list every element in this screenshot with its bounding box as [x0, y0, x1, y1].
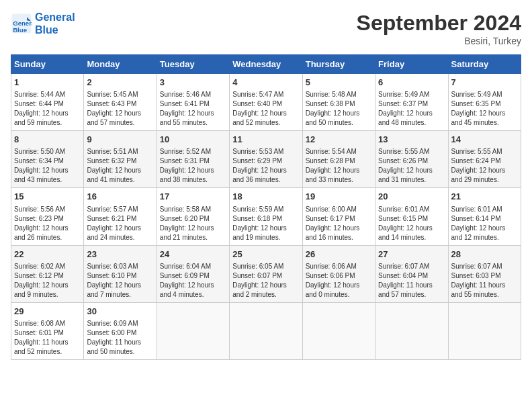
day-number: 4	[232, 77, 299, 89]
calendar-week-row: 22Sunrise: 6:02 AM Sunset: 6:12 PM Dayli…	[11, 245, 521, 302]
calendar-day-cell	[157, 302, 229, 359]
day-number: 24	[160, 248, 226, 261]
calendar-day-cell: 26Sunrise: 6:06 AM Sunset: 6:06 PM Dayli…	[302, 245, 375, 302]
day-info: Sunrise: 6:09 AM Sunset: 6:00 PM Dayligh…	[87, 319, 153, 357]
day-number: 15	[14, 191, 81, 203]
day-number: 23	[87, 248, 153, 261]
day-info: Sunrise: 5:55 AM Sunset: 6:26 PM Dayligh…	[378, 147, 445, 185]
calendar-day-cell	[230, 302, 302, 359]
day-info: Sunrise: 5:51 AM Sunset: 6:32 PM Dayligh…	[87, 147, 153, 185]
day-of-week-header: Sunday	[11, 55, 84, 74]
calendar-day-cell: 2Sunrise: 5:45 AM Sunset: 6:43 PM Daylig…	[84, 74, 157, 131]
day-info: Sunrise: 5:49 AM Sunset: 6:37 PM Dayligh…	[378, 90, 445, 128]
day-info: Sunrise: 6:02 AM Sunset: 6:12 PM Dayligh…	[14, 262, 81, 300]
day-number: 11	[232, 134, 299, 146]
page-header: General Blue General Blue September 2024…	[11, 11, 521, 46]
day-number: 29	[14, 306, 81, 318]
calendar-day-cell: 14Sunrise: 5:55 AM Sunset: 6:24 PM Dayli…	[448, 131, 521, 188]
day-of-week-header: Friday	[375, 55, 448, 74]
calendar-week-row: 8Sunrise: 5:50 AM Sunset: 6:34 PM Daylig…	[11, 131, 521, 188]
day-info: Sunrise: 6:07 AM Sunset: 6:03 PM Dayligh…	[451, 262, 518, 300]
calendar-day-cell: 17Sunrise: 5:58 AM Sunset: 6:20 PM Dayli…	[157, 188, 229, 245]
day-info: Sunrise: 6:03 AM Sunset: 6:10 PM Dayligh…	[87, 262, 153, 300]
day-number: 10	[160, 134, 226, 146]
calendar-day-cell: 23Sunrise: 6:03 AM Sunset: 6:10 PM Dayli…	[84, 245, 157, 302]
day-info: Sunrise: 6:08 AM Sunset: 6:01 PM Dayligh…	[14, 319, 81, 357]
day-info: Sunrise: 5:45 AM Sunset: 6:43 PM Dayligh…	[87, 90, 153, 128]
day-of-week-header: Tuesday	[157, 55, 229, 74]
calendar-day-cell: 21Sunrise: 6:01 AM Sunset: 6:14 PM Dayli…	[448, 188, 521, 245]
day-info: Sunrise: 5:57 AM Sunset: 6:21 PM Dayligh…	[87, 205, 153, 242]
calendar-day-cell: 3Sunrise: 5:46 AM Sunset: 6:41 PM Daylig…	[157, 74, 229, 131]
day-number: 18	[232, 191, 299, 203]
calendar-day-cell: 24Sunrise: 6:04 AM Sunset: 6:09 PM Dayli…	[157, 245, 229, 302]
day-number: 22	[14, 248, 81, 261]
day-info: Sunrise: 5:48 AM Sunset: 6:38 PM Dayligh…	[306, 90, 372, 128]
day-number: 5	[306, 77, 372, 89]
calendar-day-cell: 13Sunrise: 5:55 AM Sunset: 6:26 PM Dayli…	[375, 131, 448, 188]
day-number: 12	[306, 134, 372, 146]
day-info: Sunrise: 6:00 AM Sunset: 6:17 PM Dayligh…	[306, 205, 372, 242]
calendar-day-cell: 7Sunrise: 5:49 AM Sunset: 6:35 PM Daylig…	[448, 74, 521, 131]
day-number: 28	[451, 248, 518, 261]
day-number: 3	[160, 77, 226, 89]
day-number: 8	[14, 134, 81, 146]
calendar-day-cell: 4Sunrise: 5:47 AM Sunset: 6:40 PM Daylig…	[230, 74, 302, 131]
day-info: Sunrise: 5:53 AM Sunset: 6:29 PM Dayligh…	[232, 147, 299, 185]
month-title: September 2024	[357, 11, 521, 36]
day-number: 30	[87, 306, 153, 318]
day-number: 26	[306, 248, 372, 261]
day-info: Sunrise: 5:47 AM Sunset: 6:40 PM Dayligh…	[232, 90, 299, 128]
day-number: 16	[87, 191, 153, 203]
day-of-week-header: Saturday	[448, 55, 521, 74]
day-info: Sunrise: 6:04 AM Sunset: 6:09 PM Dayligh…	[160, 262, 226, 300]
day-number: 1	[14, 77, 81, 89]
day-info: Sunrise: 5:59 AM Sunset: 6:18 PM Dayligh…	[232, 205, 299, 242]
calendar-week-row: 1Sunrise: 5:44 AM Sunset: 6:44 PM Daylig…	[11, 74, 521, 131]
day-info: Sunrise: 5:44 AM Sunset: 6:44 PM Dayligh…	[14, 90, 81, 128]
day-info: Sunrise: 6:07 AM Sunset: 6:04 PM Dayligh…	[378, 262, 445, 300]
calendar-day-cell: 18Sunrise: 5:59 AM Sunset: 6:18 PM Dayli…	[230, 188, 302, 245]
day-number: 21	[451, 191, 518, 203]
day-number: 20	[378, 191, 445, 203]
day-info: Sunrise: 6:01 AM Sunset: 6:14 PM Dayligh…	[451, 205, 518, 242]
calendar-day-cell: 19Sunrise: 6:00 AM Sunset: 6:17 PM Dayli…	[302, 188, 375, 245]
calendar-day-cell: 16Sunrise: 5:57 AM Sunset: 6:21 PM Dayli…	[84, 188, 157, 245]
day-info: Sunrise: 6:05 AM Sunset: 6:07 PM Dayligh…	[232, 262, 299, 300]
calendar-day-cell: 6Sunrise: 5:49 AM Sunset: 6:37 PM Daylig…	[375, 74, 448, 131]
day-info: Sunrise: 5:52 AM Sunset: 6:31 PM Dayligh…	[160, 147, 226, 185]
calendar-table: SundayMondayTuesdayWednesdayThursdayFrid…	[11, 54, 521, 360]
day-info: Sunrise: 5:46 AM Sunset: 6:41 PM Dayligh…	[160, 90, 226, 128]
day-of-week-header: Wednesday	[230, 55, 302, 74]
day-info: Sunrise: 5:50 AM Sunset: 6:34 PM Dayligh…	[14, 147, 81, 185]
calendar-day-cell: 30Sunrise: 6:09 AM Sunset: 6:00 PM Dayli…	[84, 302, 157, 359]
calendar-day-cell: 28Sunrise: 6:07 AM Sunset: 6:03 PM Dayli…	[448, 245, 521, 302]
calendar-day-cell: 1Sunrise: 5:44 AM Sunset: 6:44 PM Daylig…	[11, 74, 84, 131]
location: Besiri, Turkey	[357, 36, 521, 46]
calendar-day-cell	[375, 302, 448, 359]
calendar-day-cell: 27Sunrise: 6:07 AM Sunset: 6:04 PM Dayli…	[375, 245, 448, 302]
day-number: 19	[306, 191, 372, 203]
day-number: 25	[232, 248, 299, 261]
calendar-day-cell: 29Sunrise: 6:08 AM Sunset: 6:01 PM Dayli…	[11, 302, 84, 359]
calendar-day-cell: 12Sunrise: 5:54 AM Sunset: 6:28 PM Dayli…	[302, 131, 375, 188]
calendar-week-row: 29Sunrise: 6:08 AM Sunset: 6:01 PM Dayli…	[11, 302, 521, 359]
day-info: Sunrise: 5:55 AM Sunset: 6:24 PM Dayligh…	[451, 147, 518, 185]
day-number: 9	[87, 134, 153, 146]
day-info: Sunrise: 5:54 AM Sunset: 6:28 PM Dayligh…	[306, 147, 372, 185]
calendar-day-cell: 22Sunrise: 6:02 AM Sunset: 6:12 PM Dayli…	[11, 245, 84, 302]
day-number: 17	[160, 191, 226, 203]
days-header-row: SundayMondayTuesdayWednesdayThursdayFrid…	[11, 55, 521, 74]
calendar-day-cell: 9Sunrise: 5:51 AM Sunset: 6:32 PM Daylig…	[84, 131, 157, 188]
logo-text-blue: Blue	[35, 24, 75, 36]
calendar-day-cell: 5Sunrise: 5:48 AM Sunset: 6:38 PM Daylig…	[302, 74, 375, 131]
day-info: Sunrise: 5:58 AM Sunset: 6:20 PM Dayligh…	[160, 205, 226, 242]
day-number: 6	[378, 77, 445, 89]
day-info: Sunrise: 6:06 AM Sunset: 6:06 PM Dayligh…	[306, 262, 372, 300]
calendar-day-cell: 15Sunrise: 5:56 AM Sunset: 6:23 PM Dayli…	[11, 188, 84, 245]
day-number: 13	[378, 134, 445, 146]
day-info: Sunrise: 5:49 AM Sunset: 6:35 PM Dayligh…	[451, 90, 518, 128]
calendar-week-row: 15Sunrise: 5:56 AM Sunset: 6:23 PM Dayli…	[11, 188, 521, 245]
calendar-day-cell	[448, 302, 521, 359]
calendar-day-cell: 10Sunrise: 5:52 AM Sunset: 6:31 PM Dayli…	[157, 131, 229, 188]
